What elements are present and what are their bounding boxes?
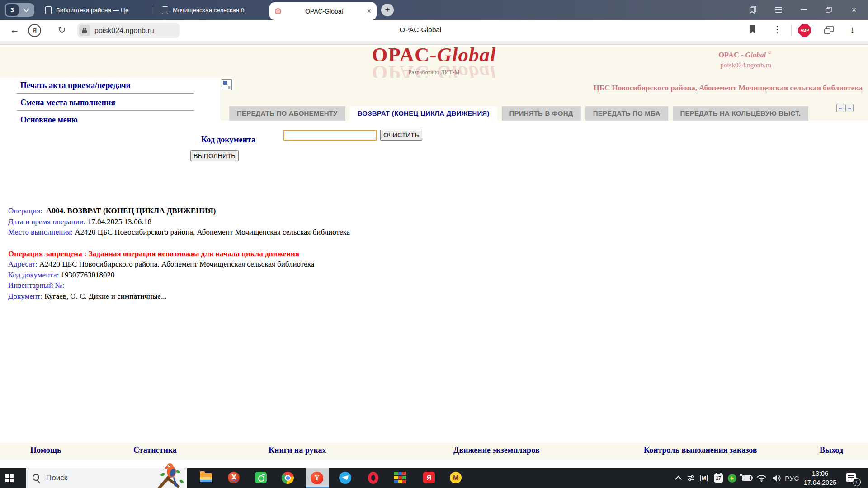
tab-peredat-na-kolcevuyu[interactable]: ПЕРЕДАТЬ НА КОЛЬЦЕВУЮ ВЫСТ. (673, 106, 808, 121)
clock-time: 13:06 (799, 469, 841, 478)
tab-count: 3 (6, 4, 19, 16)
operation-label: Операция: (8, 206, 42, 215)
browser-tab-2[interactable]: Мочищенская сельская б (162, 0, 264, 20)
inventory-row: Инвентарный №: (8, 280, 350, 291)
start-button[interactable] (5, 474, 14, 482)
restore-button[interactable] (821, 0, 836, 20)
operation-row: Операция: А004. ВОЗВРАТ (КОНЕЦ ЦИКЛА ДВИ… (8, 206, 350, 216)
panel-icon (748, 5, 757, 14)
footer-link-order-control[interactable]: Контроль выполнения заказов (644, 446, 757, 455)
address-bar: ← Я ↻ poisk024.ngonb.ru OPAC-Global ABP … (0, 20, 868, 41)
doc-code-input[interactable] (283, 130, 377, 141)
brand-name: OPAC - Global © (718, 50, 771, 60)
url-text: poisk024.ngonb.ru (94, 23, 154, 38)
clear-button[interactable]: ОЧИСТИТЬ (380, 130, 422, 141)
tab-peredat-po-mba[interactable]: ПЕРЕДАТЬ ПО МБА (585, 106, 668, 121)
screenshot-app-icon[interactable] (255, 472, 267, 483)
yandex-browser-icon[interactable]: Y (311, 472, 323, 484)
new-tab-button[interactable]: + (381, 4, 394, 16)
execute-button[interactable]: ВЫПОЛНИТЬ (190, 150, 239, 161)
yandex-app-icon[interactable]: Я (423, 472, 435, 483)
tab-title: Библиотеки района — Це (56, 7, 128, 14)
language-indicator[interactable]: РУС (783, 468, 801, 488)
url-field[interactable]: poisk024.ngonb.ru (77, 23, 180, 38)
minimize-button[interactable] (796, 0, 811, 20)
scissors-app-icon[interactable] (228, 472, 240, 483)
taskbar: Поиск (0, 468, 868, 488)
yellow-m-app-icon[interactable]: М (450, 472, 462, 483)
mixer-tray-icon[interactable] (685, 468, 696, 488)
sidebar-panel-icon[interactable] (745, 0, 760, 20)
operations-panel: ЦБС Новосибирского района, Абонемент Моч… (220, 78, 868, 121)
sidebar-item-main-menu[interactable]: Основное меню (20, 115, 78, 125)
brand-domain: poisk024.ngonb.ru (721, 61, 772, 69)
footer-link-books-on-hand[interactable]: Книги на руках (269, 446, 326, 455)
tab-counter-button[interactable]: 3 (5, 3, 34, 17)
image-placeholder-icon (222, 79, 232, 90)
m-tray-icon[interactable]: M (698, 468, 710, 488)
telegram-icon[interactable] (339, 472, 351, 484)
footer-link-help[interactable]: Помощь (30, 446, 61, 455)
adblock-icon[interactable]: ABP (798, 24, 811, 37)
tiles-app-icon[interactable] (394, 472, 406, 483)
sidebar-item-print-act[interactable]: Печать акта приема/передачи (20, 81, 131, 90)
footer-link-statistics[interactable]: Статистика (133, 446, 177, 455)
browser-tab-1[interactable]: Библиотеки района — Це (45, 0, 152, 20)
file-explorer-icon[interactable] (200, 472, 212, 482)
close-icon[interactable]: × (367, 8, 371, 15)
error-message: Операция запрещена : Заданная операция н… (8, 249, 350, 259)
more-options-icon[interactable] (777, 26, 778, 27)
tab-divider (154, 5, 154, 14)
volume-icon[interactable] (770, 468, 783, 488)
page-icon (162, 6, 168, 14)
sidebar-divider (17, 93, 194, 94)
datetime-row: Дата и время операции: 17.04.2025 13:06:… (8, 216, 350, 227)
copyright-mark: © (768, 50, 771, 55)
addressee-row: Адресат: А2420 ЦБС Новосибирского района… (8, 259, 350, 270)
footer-link-copy-movement[interactable]: Движение экземпляров (453, 446, 539, 455)
back-icon[interactable]: ← (10, 24, 19, 35)
opera-icon[interactable] (368, 472, 378, 484)
tab-peredat-po-abonementu[interactable]: ПЕРЕДАТЬ ПО АБОНЕМЕНТУ (229, 106, 345, 121)
antivirus-tray-icon[interactable]: + (726, 468, 738, 488)
tab-vozvrat-active[interactable]: ВОЗВРАТ (КОНЕЦ ЦИКЛА ДВИЖЕНИЯ) (350, 106, 497, 121)
tab-prinyat-v-fond[interactable]: ПРИНЯТЬ В ФОНД (502, 106, 581, 121)
browser-tab-active[interactable]: OPAC-Global × (269, 2, 377, 20)
tray-expand-button[interactable] (673, 468, 684, 488)
close-window-button[interactable]: × (846, 0, 862, 20)
search-placeholder: Поиск (46, 468, 67, 488)
sidebar-divider (17, 110, 194, 111)
lock-icon[interactable] (79, 25, 90, 36)
place-row: Место выполнения: А2420 ЦБС Новосибирско… (8, 227, 350, 238)
wifi-icon[interactable] (755, 468, 768, 488)
operation-value: А004. ВОЗВРАТ (КОНЕЦ ЦИКЛА ДВИЖЕНИЯ) (46, 206, 216, 215)
browser-menu-button[interactable] (771, 0, 786, 20)
doc-code-row: Код документа: 19307763018020 (8, 270, 350, 281)
tabs-scroll-right-button[interactable]: → (845, 104, 854, 112)
yandex-logo-icon[interactable]: Я (28, 24, 41, 37)
extension-icon[interactable] (824, 25, 835, 35)
sliders-icon (687, 475, 695, 481)
clock[interactable]: 13:06 17.04.2025 (799, 468, 841, 488)
bookmark-icon[interactable] (749, 25, 756, 34)
tabs-scroll-left-button[interactable]: ← (836, 104, 844, 112)
battery-icon[interactable] (741, 468, 753, 488)
doc-code-label: Код документа (201, 135, 255, 145)
wifi-arcs (756, 474, 767, 482)
speaker-icon (772, 474, 781, 482)
download-icon[interactable]: ↓ (850, 24, 855, 35)
toolbar-divider (791, 24, 792, 37)
reload-icon[interactable]: ↻ (58, 24, 66, 35)
calendar-tray-icon[interactable]: 17 (712, 468, 724, 488)
chrome-icon[interactable] (282, 472, 294, 484)
operation-tabs: ПЕРЕДАТЬ ПО АБОНЕМЕНТУ ВОЗВРАТ (КОНЕЦ ЦИ… (229, 106, 808, 121)
library-location-link[interactable]: ЦБС Новосибирского района, Абонемент Моч… (594, 84, 863, 93)
footer-link-exit[interactable]: Выход (820, 446, 843, 455)
restore-icon (825, 6, 832, 14)
developed-by: Разработано ДИТ-М (0, 69, 868, 76)
chevron-up-icon (675, 475, 682, 483)
sidebar-item-change-location[interactable]: Смена места выполнения (20, 98, 115, 108)
taskbar-search[interactable]: Поиск (26, 468, 187, 488)
page-icon (45, 6, 52, 14)
hamburger-icon (775, 7, 782, 13)
